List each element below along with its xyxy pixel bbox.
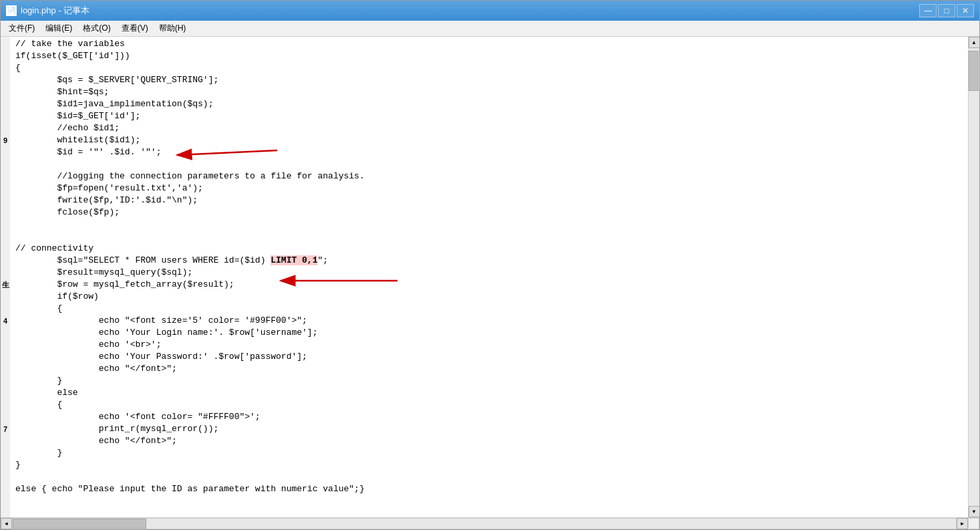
marker-8: 9 [1, 134, 10, 146]
scroll-track-h[interactable] [12, 518, 957, 529]
menu-view[interactable]: 查看(V) [116, 21, 154, 35]
marker-25 [1, 339, 10, 351]
scroll-thumb-v[interactable] [969, 51, 979, 91]
marker-31 [1, 411, 10, 423]
marker-6 [1, 110, 10, 122]
marker-19 [1, 267, 10, 279]
scroll-left-button[interactable]: ◄ [1, 518, 12, 529]
maximize-button[interactable]: □ [938, 4, 955, 17]
minimize-button[interactable]: — [919, 4, 937, 17]
marker-29 [1, 387, 10, 399]
marker-22 [1, 303, 10, 315]
window-controls: — □ ✕ [919, 4, 974, 17]
marker-27 [1, 363, 10, 375]
marker-10 [1, 158, 10, 170]
marker-30 [1, 399, 10, 411]
title-bar: 📄 login.php - 记事本 — □ ✕ [1, 1, 979, 21]
marker-26 [1, 351, 10, 363]
main-window: 📄 login.php - 记事本 — □ ✕ 文件(F) 编辑(E) 格式(O… [0, 0, 980, 530]
bottom-bar: ◄ ► [1, 517, 979, 529]
marker-16 [1, 231, 10, 243]
scroll-down-button[interactable]: ▼ [969, 506, 980, 517]
marker-17 [1, 243, 10, 255]
marker-3 [1, 74, 10, 86]
menu-edit[interactable]: 编辑(E) [40, 21, 77, 35]
marker-5 [1, 98, 10, 110]
scrollbar-corner [968, 518, 979, 529]
marker-32: 7 [1, 423, 10, 435]
marker-35 [1, 459, 10, 471]
marker-18 [1, 255, 10, 267]
marker-28 [1, 375, 10, 387]
scroll-thumb-h[interactable] [13, 519, 146, 529]
app-icon: 📄 [6, 5, 17, 16]
marker-15 [1, 219, 10, 231]
marker-36 [1, 471, 10, 483]
menu-bar: 文件(F) 编辑(E) 格式(O) 查看(V) 帮助(H) [1, 21, 979, 37]
marker-11 [1, 170, 10, 182]
menu-help[interactable]: 帮助(H) [154, 21, 192, 35]
marker-1 [1, 50, 10, 62]
vertical-scrollbar[interactable]: ▲ ▼ [968, 37, 979, 517]
marker-21 [1, 291, 10, 303]
left-markers: 9 生 4 7 [1, 37, 10, 517]
editor-container[interactable]: // take the variables if(isset($_GET['id… [10, 37, 968, 517]
marker-20: 生 [1, 279, 10, 291]
code-editor[interactable]: // take the variables if(isset($_GET['id… [10, 37, 968, 497]
marker-9 [1, 146, 10, 158]
menu-format[interactable]: 格式(O) [77, 21, 116, 35]
marker-4 [1, 86, 10, 98]
marker-12 [1, 182, 10, 194]
marker-33 [1, 435, 10, 447]
marker-14 [1, 207, 10, 219]
marker-2 [1, 62, 10, 74]
marker-7 [1, 122, 10, 134]
scroll-up-button[interactable]: ▲ [969, 37, 980, 48]
content-area: 9 生 4 7 [1, 37, 979, 517]
scroll-track-v[interactable] [969, 48, 979, 506]
marker-24 [1, 327, 10, 339]
close-button[interactable]: ✕ [957, 4, 974, 17]
marker-23: 4 [1, 315, 10, 327]
title-bar-left: 📄 login.php - 记事本 [6, 5, 90, 17]
marker-34 [1, 447, 10, 459]
marker-0 [1, 38, 10, 50]
marker-13 [1, 194, 10, 207]
menu-file[interactable]: 文件(F) [3, 21, 40, 35]
scroll-right-button[interactable]: ► [957, 518, 968, 529]
window-title: login.php - 记事本 [21, 5, 90, 17]
